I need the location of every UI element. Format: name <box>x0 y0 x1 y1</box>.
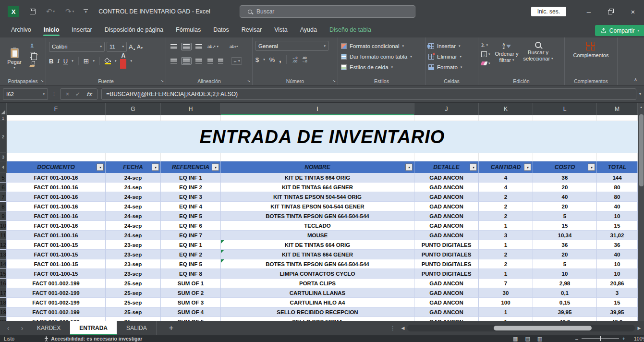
filter-dropdown-icon[interactable]: ▾ <box>152 164 159 171</box>
tab-formulas[interactable]: Fórmulas <box>170 23 207 37</box>
cell-total[interactable]: 31,02 <box>597 231 638 240</box>
cell-fecha[interactable]: 23-sep <box>106 259 161 269</box>
row-number[interactable]: 18 <box>0 298 7 307</box>
cell-total[interactable]: 40,6 <box>597 317 638 321</box>
cell-fecha[interactable]: 23-sep <box>106 269 161 279</box>
cell-nombre[interactable]: TECLADO <box>221 221 414 231</box>
row-number[interactable]: 14 <box>0 259 7 269</box>
cell-nombre[interactable]: SELLO POS FIRMA <box>221 317 414 321</box>
cell-detalle[interactable]: GAD ANCON <box>414 279 479 288</box>
cell-fecha[interactable]: 25-sep <box>106 307 161 317</box>
addins-button[interactable]: Complementos <box>573 41 609 76</box>
increase-indent-button[interactable] <box>217 58 225 64</box>
cell-nombre[interactable]: KIT DE TINTAS 664 GENER <box>221 183 414 192</box>
table-header-fecha[interactable]: FECHA▾ <box>106 161 161 173</box>
tab-archivo[interactable]: Archivo <box>5 23 37 37</box>
name-box[interactable]: I62▾ <box>3 88 48 100</box>
zoom-level[interactable]: 100% <box>634 336 644 342</box>
table-row[interactable]: 6 FACT 001-100-16 24-sep EQ INF 2 KIT DE… <box>0 183 638 192</box>
zoom-in-icon[interactable]: + <box>622 336 625 342</box>
cell-cantidad[interactable]: 1 <box>479 307 533 317</box>
cell-total[interactable]: 80 <box>597 192 638 202</box>
cell-documento[interactable]: FACT 001-100-15 <box>7 269 106 279</box>
tab-diseno-de-tabla[interactable]: Diseño de tabla <box>323 23 377 37</box>
cell-costo[interactable]: 40,6 <box>533 317 597 321</box>
cell-total[interactable]: 10 <box>597 259 638 269</box>
sheet-tab-entrada[interactable]: ENTRADA <box>70 321 117 335</box>
conditional-formatting-button[interactable]: Formato condicional▾ <box>341 41 412 51</box>
zoom-slider-thumb[interactable] <box>600 336 601 341</box>
table-row[interactable]: 11 FACT 001-100-16 24-sep EQ INF 7 MOUSE… <box>0 231 638 240</box>
cell-cantidad[interactable]: 1 <box>479 240 533 250</box>
cell-nombre[interactable]: SELLO RECIBIDO RECEPCION <box>221 307 414 317</box>
fill-color-button[interactable] <box>105 58 111 64</box>
view-page-break-icon[interactable]: ▥ <box>537 336 542 342</box>
cell-total[interactable]: 39,95 <box>597 307 638 317</box>
cell-detalle[interactable]: PUNTO DIGITALES <box>414 240 479 250</box>
row-number[interactable]: 19 <box>0 307 7 317</box>
cell-total[interactable]: 3 <box>597 288 638 298</box>
cell-total[interactable]: 15 <box>597 298 638 307</box>
increase-font-icon[interactable]: A▴ <box>129 43 135 50</box>
clear-button[interactable]: ▾ <box>481 60 490 67</box>
align-center-button[interactable] <box>181 57 192 65</box>
row-number[interactable]: 4 <box>0 161 7 173</box>
row-number[interactable]: 11 <box>0 231 7 240</box>
cell-fecha[interactable]: 24-sep <box>106 192 161 202</box>
tab-vista[interactable]: Vista <box>268 23 294 37</box>
decrease-font-icon[interactable]: A▾ <box>137 44 143 49</box>
row-number[interactable]: 2 <box>0 121 7 153</box>
font-size-select[interactable]: 11▾ <box>107 42 127 52</box>
cell-detalle[interactable]: PUNTO DIGITALES <box>414 250 479 259</box>
cell-referencia[interactable]: EQ INF 7 <box>161 231 221 240</box>
cell-nombre[interactable]: KIT DE TINTAS 664 GENER <box>221 250 414 259</box>
table-row[interactable]: 8 FACT 001-100-16 24-sep EQ INF 4 KIT TI… <box>0 202 638 211</box>
zoom-out-icon[interactable]: – <box>575 336 578 342</box>
cell-detalle[interactable]: GAD ANCON <box>414 192 479 202</box>
cell-referencia[interactable]: SUM OF 1 <box>161 279 221 288</box>
column-header-j[interactable]: J <box>414 103 479 115</box>
sort-filter-button[interactable]: AZ Ordenar y filtrar▾ <box>495 41 519 76</box>
confirm-entry-icon[interactable]: ✓ <box>75 91 80 98</box>
autosum-button[interactable]: Σ▾ <box>481 42 490 49</box>
row-number[interactable]: 16 <box>0 279 7 288</box>
table-header-cantidad[interactable]: CANTIDAD▾ <box>479 161 533 173</box>
redo-icon[interactable]: ↷▾ <box>65 7 74 16</box>
cell-cantidad[interactable]: 7 <box>479 279 533 288</box>
table-header-total[interactable]: TOTAL <box>597 161 638 173</box>
cell-total[interactable]: 20,86 <box>597 279 638 288</box>
borders-icon[interactable]: ⊞ <box>84 57 89 65</box>
cell-detalle[interactable]: GAD ANCON <box>414 307 479 317</box>
save-icon[interactable] <box>30 9 36 14</box>
formula-input[interactable]: =BUSCARV([@REFERENCIA];KARDEX;2;FALSO) <box>101 88 636 100</box>
copy-button[interactable]: ▾ <box>30 51 38 58</box>
row-number[interactable]: 6 <box>0 183 7 192</box>
cell-nombre[interactable]: LIMPIA CONTACTOS CYCLO <box>221 269 414 279</box>
fill-button[interactable]: ↓▾ <box>481 51 490 58</box>
tab-revisar[interactable]: Revisar <box>235 23 268 37</box>
cell-detalle[interactable]: GAD ANCON <box>414 183 479 192</box>
sign-in-button[interactable]: Inic. ses. <box>531 7 566 16</box>
vertical-scrollbar[interactable]: ▴ <box>638 103 644 321</box>
cell-cantidad[interactable]: 2 <box>479 211 533 221</box>
cell-referencia[interactable]: EQ INF 8 <box>161 269 221 279</box>
tab-disposicion[interactable]: Disposición de página <box>98 23 170 37</box>
table-row[interactable]: 18 FACT 001-002-199 25-sep SUM OF 3 CART… <box>0 298 638 307</box>
grid-row-1[interactable]: 1 <box>0 115 638 121</box>
cell-nombre[interactable]: CARTULINA LLANAS <box>221 288 414 298</box>
column-header-i[interactable]: I <box>221 103 414 115</box>
table-row[interactable]: 17 FACT 001-002-199 25-sep SUM OF 2 CART… <box>0 288 638 298</box>
cell-detalle[interactable]: PUNTO DIGITALES <box>414 259 479 269</box>
cell-documento[interactable]: FACT 001-100-15 <box>7 259 106 269</box>
comma-style-button[interactable]: , <box>279 57 281 62</box>
search-input[interactable]: Buscar <box>240 5 415 18</box>
cell-referencia[interactable]: EQ INF 1 <box>161 173 221 183</box>
cell-fecha[interactable]: 25-sep <box>106 317 161 321</box>
cell-fecha[interactable]: 25-sep <box>106 298 161 307</box>
row-number[interactable]: 9 <box>0 211 7 221</box>
font-color-button[interactable]: A <box>120 53 126 69</box>
sheet-tab-kardex[interactable]: KARDEX <box>28 321 70 335</box>
undo-icon[interactable]: ↶▾ <box>46 7 55 16</box>
cell-cantidad[interactable]: 1 <box>479 221 533 231</box>
paste-button[interactable]: Pegar ▾ <box>3 41 26 76</box>
